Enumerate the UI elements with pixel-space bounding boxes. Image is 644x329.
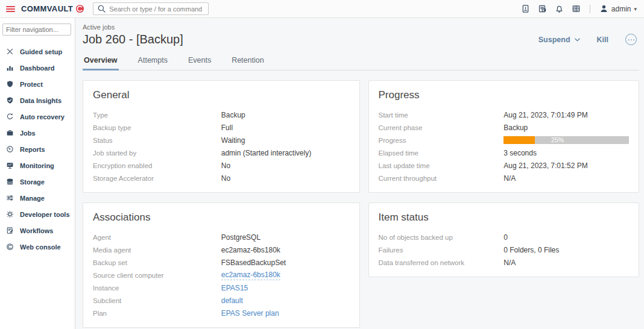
- user-menu[interactable]: admin ▾: [599, 4, 637, 13]
- sidebar-item-developer-tools[interactable]: Developer tools: [0, 206, 75, 222]
- tab-events[interactable]: Events: [188, 56, 211, 70]
- filter-navigation-input[interactable]: [2, 24, 71, 36]
- sidebar-item-storage[interactable]: Storage: [0, 174, 75, 190]
- associations-card-title: Associations: [93, 212, 350, 224]
- general-row-job-started-by: Job started by admin (Started interactiv…: [93, 146, 350, 159]
- associations-row-agent: Agent PostgreSQL: [93, 231, 350, 243]
- associations-row-backup-set: Backup set FSBasedBackupSet: [93, 256, 350, 269]
- schedule-icon[interactable]: [538, 4, 547, 13]
- kill-button[interactable]: Kill: [597, 36, 608, 44]
- more-actions-button[interactable]: [625, 34, 637, 45]
- associations-row-subclient: Subclient default: [93, 294, 350, 307]
- sidebar-item-web-console[interactable]: Web console: [0, 239, 75, 255]
- sliders-icon: [5, 194, 14, 202]
- item-status-row-failures: Failures 0 Folders, 0 Files: [379, 243, 630, 256]
- instance-link[interactable]: EPAS15: [221, 284, 248, 292]
- item-status-card-title: Item status: [379, 212, 630, 224]
- top-bar: COMMVAULT admin ▾: [0, 0, 644, 18]
- sidebar-item-auto-recovery[interactable]: Auto recovery: [0, 108, 75, 125]
- progress-row-elapsed-time: Elapsed time 3 seconds: [379, 146, 630, 159]
- sidebar-item-manage[interactable]: Manage: [0, 190, 75, 206]
- source-client-link[interactable]: ec2amaz-6bs180k: [221, 271, 280, 280]
- item-status-row-data-transferred: Data transferred on network N/A: [379, 256, 630, 269]
- command-search: [93, 2, 209, 15]
- sidebar-item-protect[interactable]: Protect: [0, 76, 75, 92]
- tab-overview[interactable]: Overview: [84, 56, 118, 70]
- progress-card-title: Progress: [379, 89, 630, 101]
- tab-bar: Overview Attempts Events Retention: [83, 56, 639, 70]
- progress-bar: 25%: [504, 136, 629, 144]
- associations-row-media-agent: Media agent ec2amaz-6bs180k: [93, 243, 350, 256]
- shield-check-icon: [5, 96, 14, 104]
- subclient-link[interactable]: default: [221, 296, 243, 305]
- topbar-divider: [590, 5, 590, 13]
- sidebar-item-monitoring[interactable]: Monitoring: [0, 157, 75, 174]
- file-report-icon[interactable]: [521, 4, 530, 13]
- status-value: Waiting: [221, 136, 245, 145]
- search-icon: [97, 4, 106, 13]
- sidebar-item-jobs[interactable]: Jobs: [0, 125, 75, 141]
- user-name: admin: [611, 5, 631, 13]
- hamburger-menu-icon[interactable]: [6, 6, 15, 12]
- general-card-title: General: [93, 89, 350, 101]
- tab-attempts[interactable]: Attempts: [138, 56, 168, 70]
- item-status-card: Item status No of objects backed up 0 Fa…: [368, 202, 640, 277]
- chevron-down-icon: [575, 38, 580, 42]
- item-status-row-objects: No of objects backed up 0: [379, 231, 630, 243]
- progress-row-throughput: Current throughput N/A: [379, 172, 630, 184]
- page-title: Job 260 - [Backup]: [83, 33, 183, 46]
- grid-icon[interactable]: [572, 4, 581, 13]
- user-icon: [599, 4, 608, 13]
- document-edit-icon: [5, 227, 14, 234]
- progress-bar-label: 25%: [551, 136, 564, 144]
- plan-link[interactable]: EPAS Server plan: [221, 309, 279, 318]
- sidebar-item-workflows[interactable]: Workflows: [0, 222, 75, 239]
- commvault-logo-text: COMMVAULT: [21, 4, 73, 13]
- progress-card: Progress Start time Aug 21, 2023, 7:01:4…: [368, 80, 640, 193]
- chevron-down-icon: ▾: [634, 6, 637, 12]
- monitor-icon: [5, 161, 14, 169]
- associations-card: Associations Agent PostgreSQL Media agen…: [83, 202, 360, 328]
- sidebar-nav: Guided setup Dashboard Protect Data Insi…: [0, 18, 75, 329]
- associations-row-plan: Plan EPAS Server plan: [93, 307, 350, 319]
- sidebar-item-guided-setup[interactable]: Guided setup: [0, 43, 75, 60]
- breadcrumb[interactable]: Active jobs: [83, 18, 639, 31]
- general-row-encryption: Encryption enabled No: [93, 159, 350, 172]
- progress-bar-fill: [504, 136, 535, 144]
- briefcase-icon: [5, 129, 14, 137]
- associations-row-instance: Instance EPAS15: [93, 281, 350, 294]
- progress-row-last-update: Last update time Aug 21, 2023, 7:01:52 P…: [379, 159, 630, 172]
- main-content: Active jobs Job 260 - [Backup] Suspend K…: [75, 18, 644, 329]
- gauge-icon: [5, 145, 14, 153]
- database-icon: [5, 178, 14, 186]
- progress-row-progress: Progress 25%: [379, 134, 630, 146]
- progress-row-current-phase: Current phase Backup: [379, 121, 630, 134]
- sidebar-item-data-insights[interactable]: Data Insights: [0, 92, 75, 108]
- general-row-type: Type Backup: [93, 108, 350, 121]
- sidebar-item-reports[interactable]: Reports: [0, 141, 75, 157]
- commvault-logo: COMMVAULT: [21, 4, 84, 13]
- general-card: General Type Backup Backup type Full Sta…: [83, 80, 360, 193]
- suspend-button[interactable]: Suspend: [538, 36, 580, 44]
- bell-icon[interactable]: [555, 4, 564, 13]
- guided-setup-icon: [5, 48, 14, 55]
- search-input[interactable]: [109, 5, 204, 13]
- commvault-logo-mark-icon: [75, 4, 84, 13]
- gear-icon: [5, 210, 14, 218]
- globe-icon: [5, 243, 14, 251]
- associations-row-source-client: Source client computer ec2amaz-6bs180k: [93, 269, 350, 281]
- job-actions: Suspend Kill: [538, 34, 639, 45]
- tab-retention[interactable]: Retention: [232, 56, 264, 70]
- general-row-storage-accelerator: Storage Accelerator No: [93, 172, 350, 184]
- refresh-icon: [5, 113, 14, 121]
- dashboard-icon: [5, 64, 14, 72]
- progress-row-start-time: Start time Aug 21, 2023, 7:01:49 PM: [379, 108, 630, 121]
- sidebar-item-dashboard[interactable]: Dashboard: [0, 60, 75, 76]
- shield-icon: [5, 80, 14, 88]
- topbar-right: admin ▾: [521, 4, 637, 13]
- general-row-status: Status Waiting: [93, 134, 350, 146]
- general-row-backup-type: Backup type Full: [93, 121, 350, 134]
